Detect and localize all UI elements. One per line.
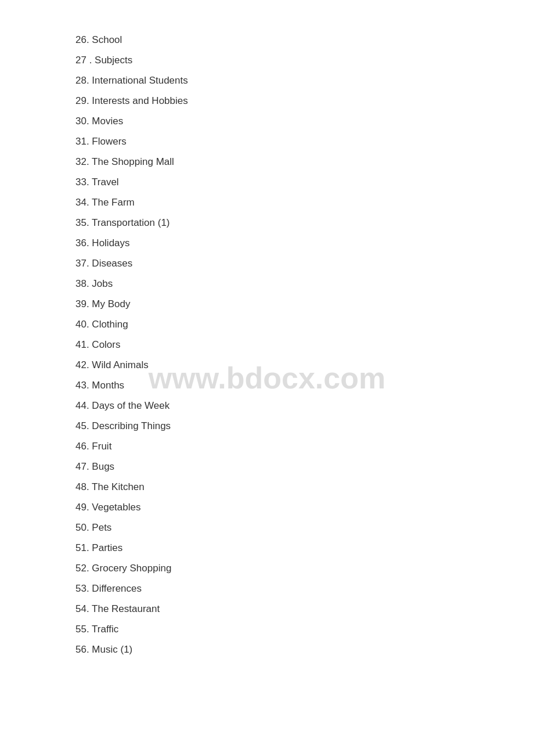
- list-item: 40. Clothing: [75, 319, 534, 329]
- list-item: 41. Colors: [75, 340, 534, 350]
- list-item: 49. Vegetables: [75, 502, 534, 512]
- list-item: 53. Differences: [75, 584, 534, 593]
- list-item: 54. The Restaurant: [75, 604, 534, 614]
- list-item: 45. Describing Things: [75, 421, 534, 431]
- list-item: 35. Transportation (1): [75, 218, 534, 228]
- list-item: 27 . Subjects: [75, 55, 534, 65]
- list-item: 37. Diseases: [75, 258, 534, 268]
- list-item: 36. Holidays: [75, 238, 534, 248]
- list-item: 48. The Kitchen: [75, 482, 534, 492]
- list-item: 32. The Shopping Mall: [75, 157, 534, 167]
- list-item: 39. My Body: [75, 299, 534, 309]
- list-item: 33. Travel: [75, 177, 534, 187]
- list-item: 28. International Students: [75, 75, 534, 85]
- list-item: 31. Flowers: [75, 136, 534, 146]
- list-item: 43. Months: [75, 380, 534, 390]
- main-content: 26. School27 . Subjects28. International…: [0, 0, 534, 700]
- list-item: 38. Jobs: [75, 279, 534, 289]
- list-item: 29. Interests and Hobbies: [75, 96, 534, 106]
- list-item: 34. The Farm: [75, 197, 534, 207]
- list-item: 42. Wild Animals: [75, 360, 534, 370]
- list-item: 52. Grocery Shopping: [75, 563, 534, 573]
- list-item: 50. Pets: [75, 523, 534, 532]
- list-item: 51. Parties: [75, 543, 534, 553]
- list-item: 55. Traffic: [75, 624, 534, 634]
- list-item: 46. Fruit: [75, 441, 534, 451]
- list-item: 44. Days of the Week: [75, 401, 534, 411]
- list-item: 30. Movies: [75, 116, 534, 126]
- list-item: 26. School: [75, 35, 534, 45]
- list-item: 47. Bugs: [75, 462, 534, 471]
- list-item: 56. Music (1): [75, 645, 534, 654]
